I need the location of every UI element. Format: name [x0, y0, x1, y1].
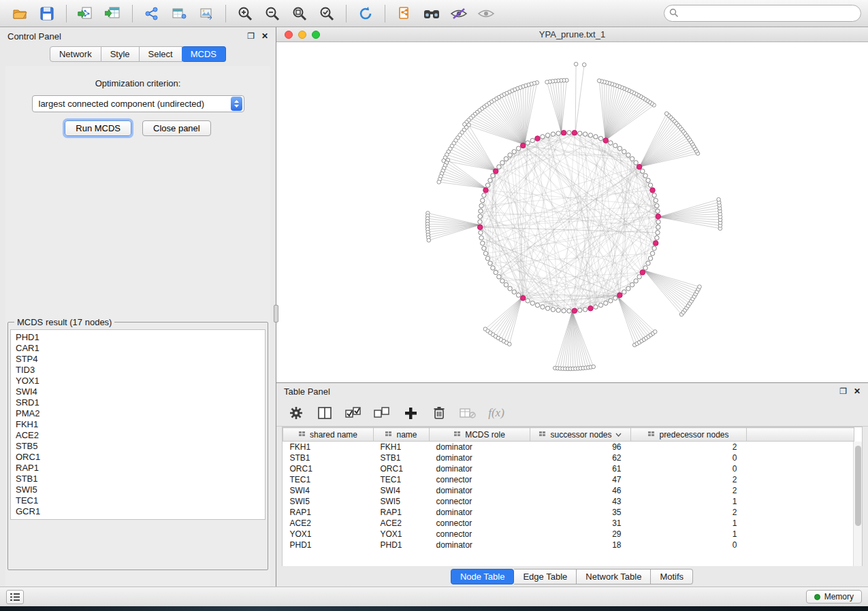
panel-splitter[interactable] — [274, 305, 278, 323]
table-row[interactable]: PHD1PHD1dominator180 — [283, 540, 854, 550]
cell-filler — [747, 507, 854, 518]
mcds-result-item[interactable]: FKH1 — [11, 419, 265, 430]
add-column-button[interactable] — [399, 403, 422, 423]
column-header-predecessor-nodes[interactable]: predecessor nodes — [631, 428, 747, 442]
table-scrollbar-thumb[interactable] — [855, 446, 861, 526]
table-row[interactable]: SWI4SWI4dominator462 — [283, 485, 854, 496]
mcds-result-item[interactable]: ORC1 — [11, 452, 265, 463]
mcds-result-item[interactable]: PHD1 — [11, 332, 265, 343]
tab-edge-table[interactable]: Edge Table — [514, 569, 577, 584]
function-builder-button-disabled[interactable]: f(x) — [485, 403, 508, 423]
close-table-panel-icon[interactable]: ✕ — [854, 387, 861, 395]
open-file-button[interactable] — [7, 3, 33, 24]
column-header-name[interactable]: name — [374, 428, 430, 442]
minimize-window-icon[interactable] — [298, 31, 306, 39]
show-columns-button[interactable] — [313, 403, 336, 423]
mcds-result-list[interactable]: PHD1CAR1STP4TID3YOX1SWI4SRD1PMA2FKH1ACE2… — [10, 329, 266, 520]
network-table-button[interactable] — [166, 3, 192, 24]
run-mcds-button[interactable]: Run MCDS — [65, 120, 131, 136]
mcds-result-item[interactable]: RAP1 — [11, 463, 265, 474]
delete-column-button[interactable] — [428, 403, 451, 423]
table-panel: Table Panel ❐ ✕ — [276, 383, 868, 587]
share-network-button[interactable] — [139, 3, 165, 24]
tab-network[interactable]: Network — [50, 46, 101, 62]
network-graph[interactable] — [276, 42, 868, 382]
tab-motifs[interactable]: Motifs — [651, 569, 693, 584]
mcds-result-item[interactable]: ACE2 — [11, 430, 265, 441]
clear-table-button-disabled[interactable] — [456, 403, 479, 423]
network-canvas[interactable] — [276, 42, 868, 382]
mcds-result-item[interactable]: TEC1 — [11, 495, 265, 506]
table-row[interactable]: SWI5SWI5connector431 — [283, 496, 854, 507]
table-row[interactable]: ACE2ACE2connector311 — [283, 518, 854, 529]
mcds-result-item[interactable]: STB1 — [11, 474, 265, 484]
apply-layout-button[interactable] — [353, 3, 379, 24]
table-row[interactable]: ORC1ORC1dominator610 — [283, 463, 854, 474]
mcds-result-item[interactable]: SRD1 — [11, 397, 265, 408]
zoom-selected-button[interactable] — [314, 3, 340, 24]
network-nodes-icon — [144, 5, 160, 22]
list-icon — [10, 593, 20, 601]
table-header-row: shared name name MCDS role successor nod… — [283, 428, 854, 442]
share-document-button[interactable] — [391, 3, 417, 24]
hide-selection-button[interactable] — [446, 3, 472, 24]
select-all-button[interactable] — [342, 403, 365, 423]
table-row[interactable]: FKH1FKH1dominator962 — [283, 442, 854, 452]
close-panel-button[interactable]: Close panel — [142, 120, 211, 136]
close-window-icon[interactable] — [285, 31, 293, 39]
find-button[interactable] — [419, 3, 445, 24]
import-table-button[interactable] — [100, 3, 126, 24]
column-header-shared-name[interactable]: shared name — [283, 428, 374, 442]
import-network-button[interactable] — [73, 3, 99, 24]
mcds-result-item[interactable]: CAR1 — [11, 343, 265, 354]
deselect-all-button[interactable] — [370, 403, 393, 423]
column-header-successor-nodes[interactable]: successor nodes — [530, 428, 631, 442]
sort-desc-icon — [615, 433, 622, 437]
table-settings-button[interactable] — [285, 403, 308, 423]
cell-succ: 43 — [530, 496, 631, 507]
float-panel-icon[interactable]: ❐ — [247, 32, 255, 40]
mcds-result-item[interactable]: GCR1 — [11, 506, 265, 517]
export-image-button[interactable] — [193, 3, 219, 24]
toolbar-separator — [132, 5, 133, 22]
mcds-result-item[interactable]: SWI5 — [11, 484, 265, 495]
eye-slash-icon — [450, 7, 468, 20]
tab-mcds[interactable]: MCDS — [182, 46, 226, 62]
memory-button[interactable]: Memory — [806, 590, 862, 604]
cell-succ: 18 — [530, 540, 631, 550]
maximize-window-icon[interactable] — [312, 31, 320, 39]
show-all-button[interactable] — [473, 3, 499, 24]
mcds-result-item[interactable]: STB5 — [11, 441, 265, 452]
mcds-result-item[interactable]: PMA2 — [11, 408, 265, 419]
table-scrollbar[interactable] — [853, 442, 862, 566]
tab-network-table[interactable]: Network Table — [577, 569, 651, 584]
mcds-result-item[interactable]: TID3 — [11, 365, 265, 376]
search-box — [664, 5, 861, 22]
close-panel-icon[interactable]: ✕ — [261, 32, 268, 40]
search-input[interactable] — [664, 5, 861, 22]
status-menu-button[interactable] — [6, 590, 24, 604]
network-window-titlebar[interactable]: YPA_prune.txt_1 — [276, 27, 868, 42]
save-button[interactable] — [34, 3, 60, 24]
zoom-out-button[interactable] — [259, 3, 285, 24]
mcds-result-item[interactable]: YOX1 — [11, 376, 265, 386]
table-row[interactable]: RAP1RAP1dominator352 — [283, 507, 854, 518]
table-row[interactable]: TEC1TEC1connector472 — [283, 474, 854, 485]
float-table-panel-icon[interactable]: ❐ — [839, 387, 847, 395]
cell-pred: 0 — [631, 540, 747, 550]
cell-shared_name: RAP1 — [283, 507, 374, 518]
tab-node-table[interactable]: Node Table — [451, 569, 515, 584]
cell-shared_name: TEC1 — [283, 474, 374, 485]
zoom-fit-button[interactable] — [287, 3, 312, 24]
cell-filler — [747, 485, 854, 496]
tab-style[interactable]: Style — [101, 46, 140, 62]
mcds-result-item[interactable]: SWI4 — [11, 386, 265, 397]
zoom-in-button[interactable] — [232, 3, 258, 24]
cell-succ: 96 — [530, 442, 631, 452]
criterion-dropdown[interactable]: largest connected component (undirected) — [32, 95, 244, 112]
table-row[interactable]: YOX1YOX1connector291 — [283, 529, 854, 540]
table-row[interactable]: STB1STB1dominator620 — [283, 452, 854, 463]
column-header-mcds-role[interactable]: MCDS role — [430, 428, 530, 442]
tab-select[interactable]: Select — [140, 46, 182, 62]
mcds-result-item[interactable]: STP4 — [11, 354, 265, 365]
